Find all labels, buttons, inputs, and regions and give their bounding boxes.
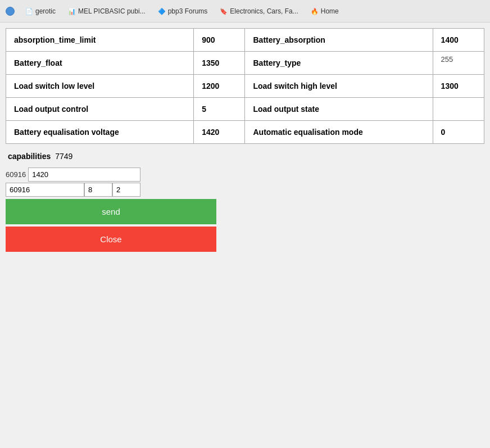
input-area: 60916 send Close bbox=[6, 168, 216, 252]
cell-right-value-3 bbox=[433, 98, 484, 121]
tab-mel[interactable]: MEL PICBASIC pubi... bbox=[64, 6, 149, 17]
cell-left-value-1: 1350 bbox=[194, 52, 245, 75]
input-row-2 bbox=[6, 183, 216, 197]
tab-pbp3-label: pbp3 Forums bbox=[168, 7, 208, 15]
capabilities-label: capabilities bbox=[8, 152, 51, 161]
tab-mel-label: MEL PICBASIC pubi... bbox=[78, 7, 146, 15]
cell-left-label-2: Load switch low level bbox=[6, 75, 194, 98]
tab-electronics-label: Electronics, Cars, Fa... bbox=[230, 7, 298, 15]
cell-left-value-4: 1420 bbox=[194, 121, 245, 144]
cell-right-value-1: 255 bbox=[433, 52, 484, 75]
tab-home[interactable]: Home bbox=[307, 6, 343, 17]
cell-left-label-1: Battery_float bbox=[6, 52, 194, 75]
doc-icon bbox=[25, 7, 33, 15]
table-row: Battery equalisation voltage1420Automati… bbox=[6, 121, 484, 144]
tab-gerotic-label: gerotic bbox=[35, 7, 56, 15]
browser-tabs: gerotic MEL PICBASIC pubi... pbp3 Forums… bbox=[21, 6, 484, 17]
close-button[interactable]: Close bbox=[6, 227, 216, 252]
bm-icon bbox=[220, 7, 228, 15]
tab-pbp3[interactable]: pbp3 Forums bbox=[154, 6, 212, 17]
send-button[interactable]: send bbox=[6, 199, 216, 224]
cell-right-value-4: 0 bbox=[433, 121, 484, 144]
table-row: Battery_float1350Battery_type255 bbox=[6, 52, 484, 75]
cell-left-label-0: absorption_time_limit bbox=[6, 29, 194, 52]
data-table: absorption_time_limit900Battery_absorpti… bbox=[6, 28, 484, 144]
v-icon bbox=[158, 7, 166, 15]
cell-left-label-4: Battery equalisation voltage bbox=[6, 121, 194, 144]
tab-electronics[interactable]: Electronics, Cars, Fa... bbox=[216, 6, 302, 17]
cell-right-label-2: Load switch high level bbox=[245, 75, 433, 98]
cell-right-value-0: 1400 bbox=[433, 29, 484, 52]
chart-icon bbox=[68, 7, 76, 15]
cell-left-value-0: 900 bbox=[194, 29, 245, 52]
field-id-1-label: 60916 bbox=[6, 170, 26, 179]
tab-home-label: Home bbox=[321, 7, 339, 15]
cell-right-label-1: Battery_type bbox=[245, 52, 433, 75]
cell-left-value-3: 5 bbox=[194, 98, 245, 121]
cell-left-value-2: 1200 bbox=[194, 75, 245, 98]
main-content: absorption_time_limit900Battery_absorpti… bbox=[0, 22, 490, 257]
table-row: Load output control5Load output state bbox=[6, 98, 484, 121]
flame-icon bbox=[311, 7, 319, 15]
capabilities-value: 7749 bbox=[55, 152, 72, 161]
browser-bar: gerotic MEL PICBASIC pubi... pbp3 Forums… bbox=[0, 0, 490, 22]
field-id-2-input[interactable] bbox=[6, 183, 84, 197]
cell-left-label-3: Load output control bbox=[6, 98, 194, 121]
table-row: Load switch low level1200Load switch hig… bbox=[6, 75, 484, 98]
cell-right-value-2: 1300 bbox=[433, 75, 484, 98]
cell-right-label-0: Battery_absorption bbox=[245, 29, 433, 52]
capabilities-row: capabilities 7749 bbox=[6, 152, 484, 161]
cell-right-label-3: Load output state bbox=[245, 98, 433, 121]
table-row: absorption_time_limit900Battery_absorpti… bbox=[6, 29, 484, 52]
cell-right-label-4: Automatic equalisation mode bbox=[245, 121, 433, 144]
field-num-input[interactable] bbox=[84, 183, 112, 197]
tab-gerotic[interactable]: gerotic bbox=[21, 6, 60, 17]
input-row-1: 60916 bbox=[6, 168, 216, 182]
browser-circle bbox=[6, 7, 15, 16]
field-value-1-input[interactable] bbox=[28, 168, 140, 182]
field-val-input[interactable] bbox=[112, 183, 140, 197]
